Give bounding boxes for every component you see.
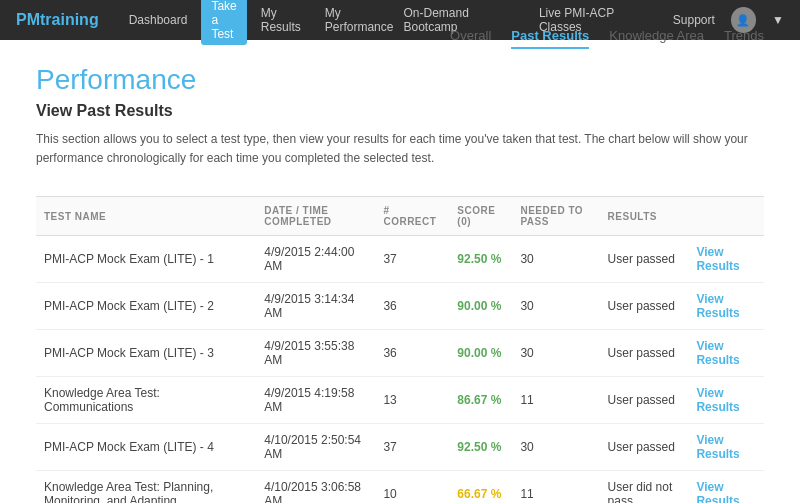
tab-trends[interactable]: Trends bbox=[724, 28, 764, 49]
cell-test-name: PMI-ACP Mock Exam (LITE) - 2 bbox=[36, 283, 256, 330]
nav-support[interactable]: Support bbox=[673, 13, 715, 27]
cell-needed: 30 bbox=[512, 236, 599, 283]
logo-training: training bbox=[40, 11, 99, 28]
cell-test-name: PMI-ACP Mock Exam (LITE) - 3 bbox=[36, 330, 256, 377]
col-score: Score (0) bbox=[449, 197, 512, 236]
cell-result: User passed bbox=[600, 330, 689, 377]
cell-test-name: PMI-ACP Mock Exam (LITE) - 4 bbox=[36, 424, 256, 471]
section-description: This section allows you to select a test… bbox=[36, 130, 764, 168]
cell-link[interactable]: View Results bbox=[688, 236, 764, 283]
table-row: PMI-ACP Mock Exam (LITE) - 1 4/9/2015 2:… bbox=[36, 236, 764, 283]
table-row: Knowledge Area Test: Planning, Monitorin… bbox=[36, 471, 764, 503]
cell-correct: 37 bbox=[375, 424, 449, 471]
nav-links: Dashboard Take a Test My Results My Perf… bbox=[119, 0, 404, 45]
cell-result: User passed bbox=[600, 377, 689, 424]
cell-link[interactable]: View Results bbox=[688, 424, 764, 471]
cell-needed: 11 bbox=[512, 377, 599, 424]
tab-past-results[interactable]: Past Results bbox=[511, 28, 589, 49]
col-date: Date / Time Completed bbox=[256, 197, 375, 236]
cell-link[interactable]: View Results bbox=[688, 377, 764, 424]
cell-score: 92.50 % bbox=[449, 236, 512, 283]
cell-date: 4/9/2015 4:19:58 AM bbox=[256, 377, 375, 424]
tab-overall[interactable]: Overall bbox=[450, 28, 491, 49]
cell-score: 90.00 % bbox=[449, 330, 512, 377]
col-correct: # Correct bbox=[375, 197, 449, 236]
cell-correct: 37 bbox=[375, 236, 449, 283]
section-title: View Past Results bbox=[36, 102, 764, 120]
table-row: Knowledge Area Test: Communications 4/9/… bbox=[36, 377, 764, 424]
results-table: Test Name Date / Time Completed # Correc… bbox=[36, 196, 764, 503]
col-needed: Needed to Pass bbox=[512, 197, 599, 236]
cell-correct: 36 bbox=[375, 330, 449, 377]
nav-dashboard[interactable]: Dashboard bbox=[119, 9, 198, 31]
cell-result: User passed bbox=[600, 424, 689, 471]
cell-test-name: Knowledge Area Test: Planning, Monitorin… bbox=[36, 471, 256, 503]
logo: PMtraining bbox=[16, 11, 99, 29]
cell-date: 4/9/2015 3:55:38 AM bbox=[256, 330, 375, 377]
cell-score: 90.00 % bbox=[449, 283, 512, 330]
cell-date: 4/10/2015 3:06:58 AM bbox=[256, 471, 375, 503]
cell-test-name: Knowledge Area Test: Communications bbox=[36, 377, 256, 424]
cell-score: 92.50 % bbox=[449, 424, 512, 471]
cell-correct: 13 bbox=[375, 377, 449, 424]
col-link bbox=[688, 197, 764, 236]
col-test-name: Test Name bbox=[36, 197, 256, 236]
user-dropdown-icon[interactable]: ▼ bbox=[772, 13, 784, 27]
cell-test-name: PMI-ACP Mock Exam (LITE) - 1 bbox=[36, 236, 256, 283]
page-title: Performance bbox=[36, 64, 196, 96]
cell-link[interactable]: View Results bbox=[688, 330, 764, 377]
tab-knowledge-area[interactable]: Knowledge Area bbox=[609, 28, 704, 49]
cell-date: 4/9/2015 3:14:34 AM bbox=[256, 283, 375, 330]
nav-my-performance[interactable]: My Performance bbox=[315, 2, 404, 38]
table-header-row: Test Name Date / Time Completed # Correc… bbox=[36, 197, 764, 236]
cell-link[interactable]: View Results bbox=[688, 471, 764, 503]
tab-bar: Overall Past Results Knowledge Area Tren… bbox=[450, 28, 764, 49]
table-row: PMI-ACP Mock Exam (LITE) - 2 4/9/2015 3:… bbox=[36, 283, 764, 330]
cell-needed: 30 bbox=[512, 283, 599, 330]
nav-take-a-test[interactable]: Take a Test bbox=[201, 0, 246, 45]
cell-needed: 30 bbox=[512, 424, 599, 471]
cell-link[interactable]: View Results bbox=[688, 283, 764, 330]
table-row: PMI-ACP Mock Exam (LITE) - 4 4/10/2015 2… bbox=[36, 424, 764, 471]
main-content: Performance Overall Past Results Knowled… bbox=[0, 40, 800, 503]
logo-pm: PM bbox=[16, 11, 40, 28]
cell-date: 4/9/2015 2:44:00 AM bbox=[256, 236, 375, 283]
cell-result: User passed bbox=[600, 283, 689, 330]
cell-correct: 36 bbox=[375, 283, 449, 330]
cell-needed: 11 bbox=[512, 471, 599, 503]
nav-my-results[interactable]: My Results bbox=[251, 2, 311, 38]
cell-result: User did not pass bbox=[600, 471, 689, 503]
cell-date: 4/10/2015 2:50:54 AM bbox=[256, 424, 375, 471]
table-row: PMI-ACP Mock Exam (LITE) - 3 4/9/2015 3:… bbox=[36, 330, 764, 377]
cell-needed: 30 bbox=[512, 330, 599, 377]
col-result: Results bbox=[600, 197, 689, 236]
cell-score: 86.67 % bbox=[449, 377, 512, 424]
cell-correct: 10 bbox=[375, 471, 449, 503]
cell-result: User passed bbox=[600, 236, 689, 283]
cell-score: 66.67 % bbox=[449, 471, 512, 503]
